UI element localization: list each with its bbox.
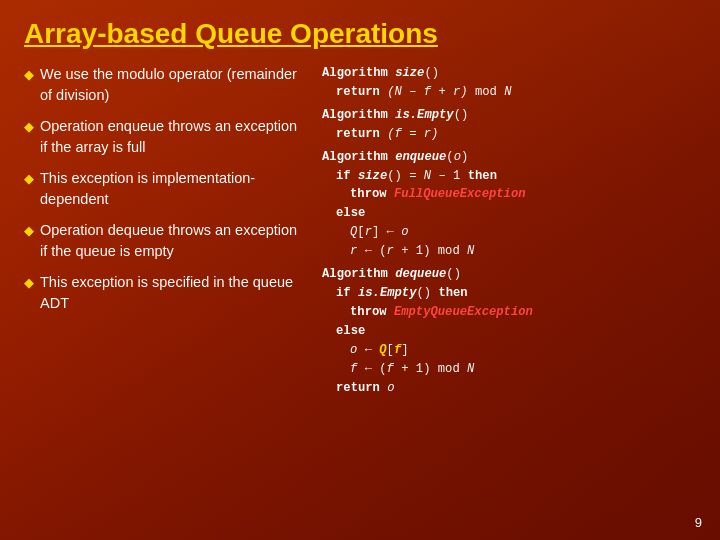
algo-enqueue-if: if size() = N – 1 then bbox=[322, 167, 696, 186]
algo-enqueue-header: Algorithm enqueue(o) bbox=[322, 148, 696, 167]
algo-enqueue-assign1: Q[r] ← o bbox=[322, 223, 696, 242]
list-item: ◆ This exception is implementation-depen… bbox=[24, 168, 304, 210]
content-area: ◆ We use the modulo operator (remainder … bbox=[24, 64, 696, 397]
algo-size-return: return (N – f + r) mod N bbox=[322, 83, 696, 102]
bullet-text-4: Operation dequeue throws an exception if… bbox=[40, 220, 304, 262]
bullet-icon-4: ◆ bbox=[24, 222, 34, 241]
list-item: ◆ Operation enqueue throws an exception … bbox=[24, 116, 304, 158]
algo-dequeue-assign2: f ← (f + 1) mod N bbox=[322, 360, 696, 379]
algo-dequeue-else: else bbox=[322, 322, 696, 341]
algo-dequeue-assign1: o ← Q[f] bbox=[322, 341, 696, 360]
list-item: ◆ Operation dequeue throws an exception … bbox=[24, 220, 304, 262]
bullet-text-5: This exception is specified in the queue… bbox=[40, 272, 304, 314]
bullet-icon-3: ◆ bbox=[24, 170, 34, 189]
bullet-text-2: Operation enqueue throws an exception if… bbox=[40, 116, 304, 158]
algo-enqueue-assign2: r ← (r + 1) mod N bbox=[322, 242, 696, 261]
algo-dequeue-return: return o bbox=[322, 379, 696, 398]
bullet-icon-2: ◆ bbox=[24, 118, 34, 137]
algo-isempty-return: return (f = r) bbox=[322, 125, 696, 144]
algo-isempty-header: Algorithm is.Empty() bbox=[322, 106, 696, 125]
algo-dequeue-throw: throw EmptyQueueException bbox=[322, 303, 696, 322]
bullet-text-3: This exception is implementation-depende… bbox=[40, 168, 304, 210]
left-panel: ◆ We use the modulo operator (remainder … bbox=[24, 64, 304, 397]
list-item: ◆ This exception is specified in the que… bbox=[24, 272, 304, 314]
bullet-icon-5: ◆ bbox=[24, 274, 34, 293]
algo-dequeue-if: if is.Empty() then bbox=[322, 284, 696, 303]
algorithm-panel: Algorithm size() return (N – f + r) mod … bbox=[322, 64, 696, 397]
slide: Array-based Queue Operations ◆ We use th… bbox=[0, 0, 720, 540]
algo-size-header: Algorithm size() bbox=[322, 64, 696, 83]
list-item: ◆ We use the modulo operator (remainder … bbox=[24, 64, 304, 106]
algo-enqueue-else: else bbox=[322, 204, 696, 223]
bullet-icon-1: ◆ bbox=[24, 66, 34, 85]
algo-enqueue-throw: throw FullQueueException bbox=[322, 185, 696, 204]
bullet-text-1: We use the modulo operator (remainder of… bbox=[40, 64, 304, 106]
algo-dequeue-header: Algorithm dequeue() bbox=[322, 265, 696, 284]
page-number: 9 bbox=[695, 515, 702, 530]
slide-title: Array-based Queue Operations bbox=[24, 18, 696, 50]
